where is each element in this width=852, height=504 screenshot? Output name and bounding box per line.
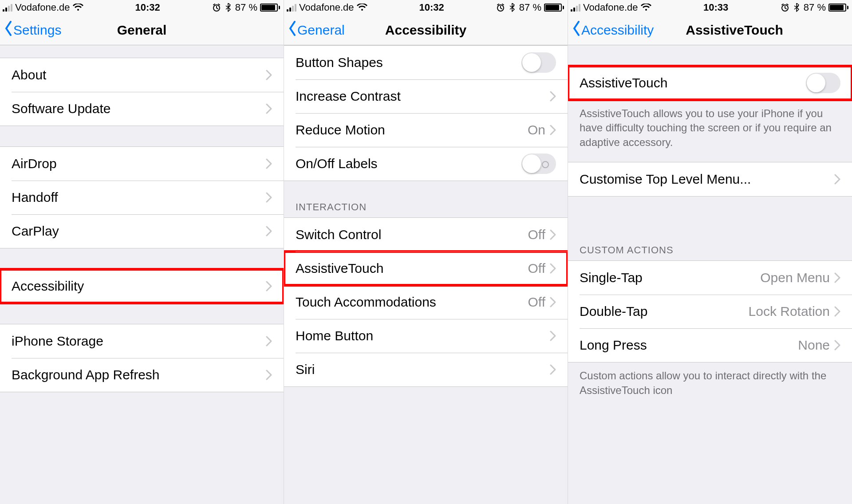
settings-row[interactable]: AssistiveTouchOff bbox=[284, 252, 568, 285]
settings-row[interactable]: Handoff bbox=[0, 181, 284, 214]
chevron-left-icon bbox=[572, 21, 581, 39]
spacer bbox=[568, 45, 852, 66]
toggle-switch[interactable] bbox=[521, 52, 556, 73]
group-header: INTERACTION bbox=[284, 201, 568, 217]
status-time: 10:32 bbox=[135, 2, 160, 13]
alarm-icon bbox=[781, 3, 789, 12]
chevron-left-icon bbox=[288, 21, 297, 39]
settings-row[interactable]: About bbox=[0, 58, 284, 92]
status-left: Vodafone.de bbox=[287, 2, 367, 13]
settings-group: Single-TapOpen MenuDouble-TapLock Rotati… bbox=[568, 260, 852, 362]
settings-group: Customise Top Level Menu... bbox=[568, 162, 852, 197]
status-time: 10:33 bbox=[703, 2, 728, 13]
nav-back-button[interactable]: Settings bbox=[4, 21, 61, 39]
row-label: Reduce Motion bbox=[296, 122, 528, 138]
status-time: 10:32 bbox=[419, 2, 444, 13]
group-header: CUSTOM ACTIONS bbox=[568, 244, 852, 260]
nav-back-label: Accessibility bbox=[581, 23, 654, 38]
settings-group: AssistiveTouch bbox=[568, 66, 852, 100]
spacer bbox=[0, 45, 284, 58]
chevron-right-icon bbox=[266, 336, 272, 346]
settings-group: AboutSoftware Update bbox=[0, 58, 284, 126]
nav-back-button[interactable]: Accessibility bbox=[572, 21, 654, 39]
chevron-right-icon bbox=[266, 103, 272, 114]
status-left: Vodafone.de bbox=[571, 2, 651, 13]
row-label: iPhone Storage bbox=[12, 334, 266, 349]
settings-group: Accessibility bbox=[0, 269, 284, 303]
group-footer: AssistiveTouch allows you to use your iP… bbox=[568, 100, 852, 150]
carrier-label: Vodafone.de bbox=[583, 2, 638, 13]
settings-row[interactable]: Software Update bbox=[0, 92, 284, 126]
settings-row[interactable]: Background App Refresh bbox=[0, 358, 284, 392]
signal-icon bbox=[287, 4, 296, 12]
settings-row[interactable]: Long PressNone bbox=[568, 328, 852, 362]
settings-row[interactable]: Customise Top Level Menu... bbox=[568, 162, 852, 196]
toggle-switch[interactable] bbox=[521, 154, 556, 174]
settings-row[interactable]: Siri bbox=[284, 353, 568, 386]
row-value: Open Menu bbox=[760, 270, 830, 285]
nav-back-button[interactable]: General bbox=[288, 21, 345, 39]
row-value: Lock Rotation bbox=[749, 304, 830, 319]
row-label: Double-Tap bbox=[580, 304, 749, 319]
settings-group: Button ShapesIncrease ContrastReduce Mot… bbox=[284, 45, 568, 181]
status-right: 87 % bbox=[781, 2, 848, 13]
screen: Vodafone.de10:3287 %SettingsGeneralAbout… bbox=[0, 0, 284, 504]
settings-row[interactable]: Button Shapes bbox=[284, 46, 568, 79]
settings-row[interactable]: AssistiveTouch bbox=[568, 66, 852, 100]
toggle-switch[interactable] bbox=[806, 73, 840, 93]
nav-back-label: Settings bbox=[13, 23, 61, 38]
chevron-right-icon bbox=[834, 272, 840, 283]
row-label: AssistiveTouch bbox=[580, 75, 806, 91]
screen: Vodafone.de10:3387 %AccessibilityAssisti… bbox=[568, 0, 852, 504]
row-label: About bbox=[12, 67, 266, 83]
settings-row[interactable]: CarPlay bbox=[0, 214, 284, 248]
row-label: On/Off Labels bbox=[296, 156, 521, 171]
bluetooth-icon bbox=[792, 3, 801, 12]
row-label: Background App Refresh bbox=[12, 367, 266, 382]
row-value: On bbox=[528, 122, 545, 138]
chevron-right-icon bbox=[550, 229, 556, 240]
row-value: Off bbox=[528, 227, 545, 242]
bluetooth-icon bbox=[508, 3, 517, 12]
status-left: Vodafone.de bbox=[3, 2, 83, 13]
settings-row[interactable]: Switch ControlOff bbox=[284, 218, 568, 252]
settings-row[interactable]: On/Off Labels bbox=[284, 147, 568, 181]
settings-group: Switch ControlOffAssistiveTouchOffTouch … bbox=[284, 217, 568, 387]
settings-group: iPhone StorageBackground App Refresh bbox=[0, 324, 284, 392]
spacer bbox=[0, 303, 284, 324]
settings-row[interactable]: Home Button bbox=[284, 319, 568, 353]
chevron-right-icon bbox=[834, 306, 840, 317]
settings-group: AirDropHandoffCarPlay bbox=[0, 146, 284, 248]
row-label: Button Shapes bbox=[296, 55, 521, 70]
chevron-right-icon bbox=[550, 364, 556, 375]
nav-bar: AccessibilityAssistiveTouch bbox=[568, 15, 852, 45]
settings-row[interactable]: Accessibility bbox=[0, 269, 284, 303]
chevron-right-icon bbox=[266, 158, 272, 169]
chevron-left-icon bbox=[4, 21, 13, 39]
nav-bar: SettingsGeneral bbox=[0, 15, 284, 45]
chevron-right-icon bbox=[550, 331, 556, 341]
settings-row[interactable]: Single-TapOpen Menu bbox=[568, 261, 852, 295]
content: Button ShapesIncrease ContrastReduce Mot… bbox=[284, 45, 568, 504]
content: AssistiveTouchAssistiveTouch allows you … bbox=[568, 45, 852, 504]
chevron-right-icon bbox=[834, 340, 840, 350]
chevron-right-icon bbox=[550, 125, 556, 135]
alarm-icon bbox=[496, 3, 505, 12]
status-right: 87 % bbox=[212, 2, 280, 13]
chevron-right-icon bbox=[266, 370, 272, 380]
row-label: AssistiveTouch bbox=[296, 261, 528, 276]
settings-row[interactable]: AirDrop bbox=[0, 147, 284, 181]
alarm-icon bbox=[212, 3, 221, 12]
chevron-right-icon bbox=[266, 281, 272, 291]
chevron-right-icon bbox=[550, 91, 556, 102]
settings-row[interactable]: iPhone Storage bbox=[0, 324, 284, 358]
battery-percent: 87 % bbox=[519, 2, 541, 13]
battery-icon bbox=[828, 4, 848, 12]
settings-row[interactable]: Double-TapLock Rotation bbox=[568, 295, 852, 328]
spacer bbox=[568, 150, 852, 162]
spacer bbox=[568, 197, 852, 224]
nav-back-label: General bbox=[297, 23, 345, 38]
settings-row[interactable]: Increase Contrast bbox=[284, 79, 568, 113]
settings-row[interactable]: Touch AccommodationsOff bbox=[284, 285, 568, 319]
settings-row[interactable]: Reduce MotionOn bbox=[284, 113, 568, 147]
